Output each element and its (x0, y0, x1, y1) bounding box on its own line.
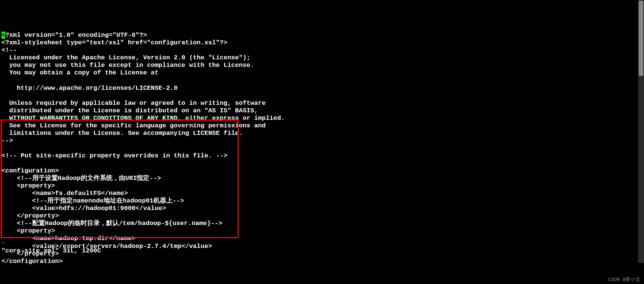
watermark-text: CSDN @萝小北 (608, 277, 640, 282)
code-line: <name>hadoop.tmp.dir</name> (2, 235, 135, 242)
code-line: Unless required by applicable law or agr… (2, 100, 266, 107)
code-line: <value>hdfs://hadoop01:9000</value> (2, 205, 166, 212)
code-line: Licensed under the Apache License, Versi… (2, 54, 250, 61)
code-line: <property> (2, 227, 55, 234)
code-line: See the License for the specific languag… (2, 122, 266, 129)
code-line: --> (2, 137, 13, 144)
code-line: <configuration> (2, 167, 59, 174)
code-line: <?xml-stylesheet type="text/xsl" href="c… (2, 39, 227, 46)
code-line: <!-- Put site-specific property override… (2, 152, 227, 159)
code-line: <!--用于指定namenode地址在hadoop01机器上--> (2, 197, 184, 204)
code-line: </property> (2, 212, 59, 219)
code-line: ?xml version="1.0" encoding="UTF-8"?> (5, 32, 147, 39)
code-line: <name>fs.defaultFS</name> (2, 190, 128, 197)
vim-status-line: "core-site.xml" 31L, 1200C (2, 247, 101, 255)
code-line: http://www.apache.org/licenses/LICENSE-2… (2, 85, 178, 92)
code-line: limitations under the License. See accom… (2, 130, 243, 137)
empty-line-tilde: ~ (2, 240, 5, 247)
cursor: < (2, 32, 5, 39)
editor-area[interactable]: <?xml version="1.0" encoding="UTF-8"?> <… (0, 30, 644, 265)
code-line: WITHOUT WARRANTIES OR CONDITIONS OF ANY … (2, 115, 285, 122)
code-line: <!--配置Hadoop的临时目录，默认/tem/hadoop-${user.n… (2, 220, 222, 227)
code-line: <!--用于设置Hadoop的文件系统，由URI指定--> (2, 175, 161, 182)
code-line: you may not use this file except in comp… (2, 62, 254, 69)
code-line: You may obtain a copy of the License at (2, 69, 158, 76)
code-line: <property> (2, 182, 55, 189)
code-line: </configuration> (2, 258, 63, 265)
scrollbar-thumb[interactable] (639, 1, 643, 76)
code-line: distributed under the License is distrib… (2, 107, 258, 114)
scrollbar[interactable] (638, 0, 644, 263)
code-line: <!-- (2, 47, 17, 54)
